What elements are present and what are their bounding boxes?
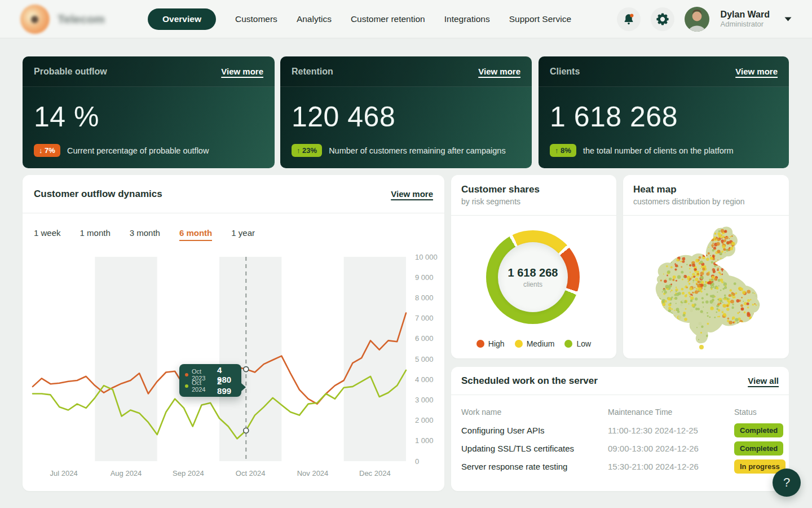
heat-map-title: Heat map	[633, 184, 677, 195]
risk-legend: High Medium Low	[451, 339, 616, 348]
low-dot-icon	[564, 340, 572, 348]
outflow-dynamics-card: Customer outflow dynamics View more 1 we…	[23, 175, 444, 491]
brand-logo: Telecom	[20, 5, 148, 34]
col-work-name: Work name	[461, 408, 608, 417]
status-badge: Completed	[734, 441, 783, 456]
tab-1-year[interactable]: 1 year	[231, 228, 255, 241]
stat-caption: Number of customers remaining after camp…	[329, 146, 506, 155]
brand-logo-icon	[20, 5, 50, 34]
view-more-link[interactable]: View more	[221, 67, 263, 76]
svg-text:1 000: 1 000	[415, 436, 434, 445]
svg-text:3 000: 3 000	[415, 396, 434, 404]
trend-badge: ↑ 23%	[292, 144, 322, 157]
stat-card-probable-outflow: Probable outflow View more 14 % ↓ 7% Cur…	[23, 56, 275, 168]
scheduled-work-card: Scheduled work on the server View all Wo…	[451, 367, 789, 491]
gear-icon	[656, 12, 669, 26]
nav-item-analytics[interactable]: Analytics	[297, 14, 332, 24]
svg-text:0: 0	[415, 457, 419, 466]
nav-item-support-service[interactable]: Support Service	[509, 14, 571, 24]
table-header-row: Work name Maintenance Time Status	[461, 403, 779, 421]
view-more-link[interactable]: View more	[735, 67, 778, 76]
tab-1-month[interactable]: 1 month	[80, 228, 111, 241]
view-all-link[interactable]: View all	[748, 376, 779, 386]
stat-value: 1 618 268	[550, 100, 678, 133]
nav-item-integrations[interactable]: Integrations	[444, 14, 490, 24]
top-navigation-bar: Telecom Overview Customers Analytics Cus…	[0, 0, 812, 38]
svg-text:7 000: 7 000	[415, 314, 434, 322]
tooltip-value: 2 899	[217, 376, 236, 396]
col-status: Status	[734, 408, 779, 417]
nav-item-customers[interactable]: Customers	[235, 14, 277, 24]
heat-map-subtitle: customers distribution by region	[633, 197, 745, 206]
series-dot-2023	[185, 373, 188, 376]
settings-button[interactable]	[651, 7, 674, 31]
clients-caption: clients	[523, 281, 542, 288]
tab-1-week[interactable]: 1 week	[34, 228, 61, 241]
heat-map-card: Heat map customers distribution by regio…	[623, 175, 789, 358]
svg-text:Dec 2024: Dec 2024	[359, 469, 391, 478]
status-badge: Completed	[734, 423, 783, 437]
scheduled-title: Scheduled work on the server	[461, 375, 598, 387]
stat-title: Clients	[550, 67, 580, 77]
table-row: Updating SSL/TLS certificates 09:00-13:0…	[461, 439, 779, 457]
table-row: Configuring User APIs 11:00-12:30 2024-1…	[461, 421, 779, 439]
svg-text:9 000: 9 000	[415, 273, 434, 282]
svg-text:Sep 2024: Sep 2024	[173, 469, 204, 478]
svg-text:2 000: 2 000	[415, 416, 434, 424]
view-more-link[interactable]: View more	[391, 189, 433, 199]
customer-shares-card: Customer shares by risk segments 1 618 2…	[451, 175, 616, 358]
stat-card-retention: Retention View more 120 468 ↑ 23% Number…	[280, 56, 532, 168]
nav-item-customer-retention[interactable]: Customer retention	[351, 14, 425, 24]
svg-text:Oct 2024: Oct 2024	[236, 469, 266, 478]
risk-donut-chart[interactable]: 1 618 268 clients	[486, 230, 580, 324]
user-menu[interactable]: Dylan Ward Administrator	[721, 9, 770, 29]
shares-subtitle: by risk segments	[461, 197, 520, 206]
notifications-button[interactable]	[617, 7, 641, 31]
clients-total: 1 618 268	[508, 266, 558, 279]
trend-badge: ↓ 7%	[34, 144, 60, 157]
medium-dot-icon	[515, 340, 523, 348]
question-mark-icon: ?	[783, 475, 790, 490]
high-dot-icon	[476, 340, 484, 348]
stat-title: Probable outflow	[34, 67, 107, 77]
bell-icon	[622, 12, 636, 26]
region-heat-map[interactable]	[638, 224, 774, 353]
chevron-down-icon[interactable]	[784, 17, 792, 21]
nav-item-overview[interactable]: Overview	[148, 8, 216, 30]
brand-name: Telecom	[58, 12, 105, 26]
tooltip-label: Oct 2024	[192, 379, 214, 393]
svg-text:10 000: 10 000	[415, 253, 438, 261]
trend-badge: ↑ 8%	[550, 144, 576, 157]
table-row: Server response rate testing 15:30-21:00…	[461, 457, 779, 475]
help-button[interactable]: ?	[773, 468, 801, 497]
legend-item-high: High	[476, 339, 505, 348]
scheduled-table: Work name Maintenance Time Status Config…	[451, 395, 789, 475]
main-nav: Overview Customers Analytics Customer re…	[148, 8, 571, 30]
stat-caption: the total number of clients on the platf…	[583, 146, 734, 155]
user-role: Administrator	[721, 20, 770, 29]
stat-value: 14 %	[34, 100, 99, 133]
stat-title: Retention	[292, 67, 333, 77]
tab-3-month[interactable]: 3 month	[130, 228, 160, 241]
svg-text:6 000: 6 000	[415, 334, 434, 343]
tab-6-month[interactable]: 6 month	[179, 228, 212, 241]
col-maintenance-time: Maintenance Time	[608, 408, 734, 417]
view-more-link[interactable]: View more	[478, 67, 520, 76]
user-name: Dylan Ward	[721, 9, 770, 20]
svg-text:Aug 2024: Aug 2024	[111, 469, 142, 478]
legend-item-low: Low	[564, 339, 591, 348]
svg-text:4 000: 4 000	[415, 375, 434, 384]
series-dot-2024	[185, 384, 188, 388]
stat-value: 120 468	[292, 100, 395, 133]
svg-text:5 000: 5 000	[415, 355, 434, 364]
range-tabs: 1 week 1 month 3 month 6 month 1 year	[23, 213, 444, 241]
chart-tooltip: Oct 2023 4 980 Oct 2024 2 899	[179, 364, 241, 397]
shares-title: Customer shares	[461, 184, 540, 195]
svg-text:Jul 2024: Jul 2024	[50, 469, 78, 478]
svg-text:Nov 2024: Nov 2024	[297, 469, 329, 478]
svg-text:8 000: 8 000	[415, 294, 434, 302]
stat-caption: Current percentage of probable outflow	[67, 146, 209, 155]
chart-title: Customer outflow dynamics	[34, 189, 162, 200]
avatar[interactable]	[685, 7, 709, 32]
stat-card-clients: Clients View more 1 618 268 ↑ 8% the tot…	[539, 56, 789, 168]
